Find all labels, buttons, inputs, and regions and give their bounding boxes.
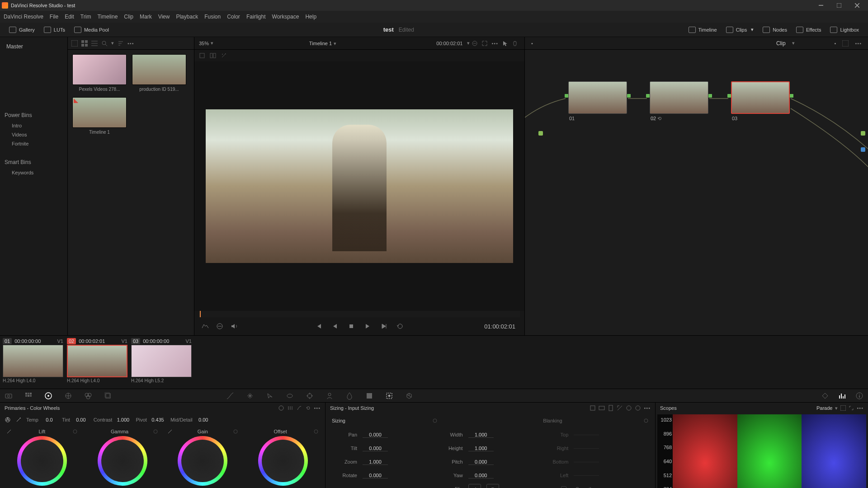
hand-icon[interactable]	[512, 40, 518, 47]
clip-thumb[interactable]: 0100:00:00:00V1 H.264 High L4.0	[3, 338, 63, 387]
first-frame-button[interactable]	[314, 322, 323, 331]
mediapool-button[interactable]: Media Pool	[70, 25, 113, 35]
pan-value[interactable]: 0.000	[363, 432, 388, 438]
auto-balance-icon[interactable]: A	[5, 417, 11, 423]
lightbox-button[interactable]: Lightbox	[826, 25, 863, 35]
gamma-wheel[interactable]: Gamma 0.000.000.000.00	[85, 429, 160, 488]
timeline-button[interactable]: Timeline	[684, 25, 722, 35]
reset-icon[interactable]	[153, 429, 158, 434]
mute-icon[interactable]	[230, 322, 239, 331]
reset-icon[interactable]	[233, 429, 238, 434]
blur-icon[interactable]	[345, 392, 354, 400]
menu-mark[interactable]: Mark	[140, 14, 152, 20]
unmix-icon[interactable]	[215, 322, 224, 331]
bars-mode-icon[interactable]	[288, 405, 293, 411]
sizing-mode-icon[interactable]	[590, 405, 596, 411]
menu-trim[interactable]: Trim	[80, 14, 91, 20]
scope-mode[interactable]: Parade	[816, 405, 832, 411]
height-value[interactable]: 1.000	[468, 446, 494, 451]
3d-icon[interactable]	[405, 392, 413, 400]
menu-help[interactable]: Help	[305, 14, 316, 20]
play-button[interactable]	[363, 322, 372, 331]
node-scope-label[interactable]: Clip	[776, 40, 786, 47]
thumb-view-icon[interactable]	[81, 40, 88, 47]
scopes-icon[interactable]	[838, 392, 846, 400]
luts-button[interactable]: LUTs	[39, 25, 70, 35]
input-connector[interactable]	[538, 131, 543, 136]
reset-icon[interactable]	[643, 418, 649, 423]
width-value[interactable]: 1.000	[468, 432, 494, 438]
lift-wheel[interactable]: Lift 0.000.000.000.00	[5, 429, 80, 488]
pointer-icon[interactable]	[502, 40, 508, 47]
zoom-value[interactable]: 1.000	[363, 459, 388, 465]
pool-options-icon[interactable]: •••	[127, 41, 134, 46]
gain-wheel[interactable]: Gain 1.001.001.001.00	[165, 429, 241, 488]
window-icon[interactable]	[286, 392, 294, 400]
prev-button[interactable]	[330, 322, 340, 331]
powerbins-header[interactable]: Power Bins	[0, 109, 67, 121]
temp-value[interactable]: 0.0	[41, 417, 57, 422]
scope-options-icon[interactable]: •••	[857, 405, 863, 411]
bypass-icon[interactable]	[472, 40, 478, 47]
sizing-mode-icon[interactable]	[608, 405, 614, 411]
menu-edit[interactable]: Edit	[65, 14, 74, 20]
alpha-connector[interactable]	[861, 147, 865, 152]
middetail-value[interactable]: 0.00	[195, 417, 212, 422]
pitch-value[interactable]: 0.000	[468, 459, 494, 465]
maximize-button[interactable]	[830, 1, 848, 10]
motion-effects-icon[interactable]	[104, 392, 112, 400]
powerbin-fortnite[interactable]: Fortnite	[0, 139, 67, 148]
clips-button[interactable]: Clips▾	[722, 25, 758, 35]
tint-value[interactable]: 0.00	[73, 417, 89, 422]
scope-expand-icon[interactable]	[849, 405, 854, 411]
magic-mask-icon[interactable]	[326, 392, 334, 400]
search-icon[interactable]	[101, 40, 108, 47]
wheels-mode-icon[interactable]	[278, 405, 284, 411]
close-button[interactable]	[848, 1, 866, 10]
color-node-selected[interactable]: 03	[731, 81, 790, 121]
smartbin-keywords[interactable]: Keywords	[0, 168, 67, 177]
list-view-icon[interactable]	[91, 40, 98, 47]
color-node[interactable]: 02 ⟲	[650, 81, 708, 122]
loop-button[interactable]	[396, 322, 405, 331]
tracker-icon[interactable]	[306, 392, 314, 400]
log-mode-icon[interactable]	[297, 405, 302, 411]
qualifier-icon[interactable]	[266, 392, 274, 400]
wand-icon[interactable]	[221, 52, 227, 59]
timeline-name[interactable]: Timeline 1	[309, 41, 332, 46]
scrub-bar[interactable]	[199, 311, 520, 317]
menu-fusion[interactable]: Fusion	[204, 14, 221, 20]
node-zoom-icon[interactable]	[842, 40, 849, 47]
expand-icon[interactable]	[481, 40, 488, 47]
curves-icon[interactable]	[226, 392, 234, 400]
info-icon[interactable]	[855, 392, 863, 400]
pick-white-icon[interactable]	[167, 429, 173, 434]
sizing-icon[interactable]	[385, 392, 393, 400]
sort-icon[interactable]	[118, 40, 124, 47]
output-connector[interactable]	[861, 131, 865, 136]
reset-icon[interactable]	[313, 429, 319, 434]
menu-view[interactable]: View	[158, 14, 170, 20]
node-graph[interactable]: 01 02 ⟲ 03	[525, 50, 868, 335]
wheels-options-icon[interactable]: •••	[314, 405, 321, 411]
next-button[interactable]	[379, 322, 388, 331]
sizing-mode-icon[interactable]	[599, 405, 605, 411]
scope-layout-icon[interactable]	[840, 405, 846, 411]
qualifier-icon[interactable]	[201, 322, 210, 331]
reset-icon[interactable]	[635, 405, 641, 411]
minimize-button[interactable]	[812, 1, 830, 10]
reset-icon[interactable]	[432, 418, 438, 423]
powerbin-videos[interactable]: Videos	[0, 130, 67, 139]
viewer-frame[interactable]	[206, 109, 513, 263]
clip-thumb-selected[interactable]: 0200:00:02:01V1 H.264 High L4.0	[67, 338, 127, 387]
tilt-value[interactable]: 0.000	[363, 446, 388, 451]
zoom-level[interactable]: 35%	[199, 41, 209, 46]
rotate-value[interactable]: 0.000	[363, 473, 388, 479]
viewer-timecode[interactable]: 00:00:02:01	[436, 41, 462, 46]
menu-timeline[interactable]: Timeline	[97, 14, 118, 20]
viewer-options-icon[interactable]: •••	[491, 41, 498, 46]
menu-workspace[interactable]: Workspace	[272, 14, 299, 20]
clip-thumb[interactable]: 0300:00:00:00V1 H.264 High L5.2	[131, 338, 192, 387]
powerbin-intro[interactable]: Intro	[0, 121, 67, 130]
stop-button[interactable]	[347, 322, 356, 331]
